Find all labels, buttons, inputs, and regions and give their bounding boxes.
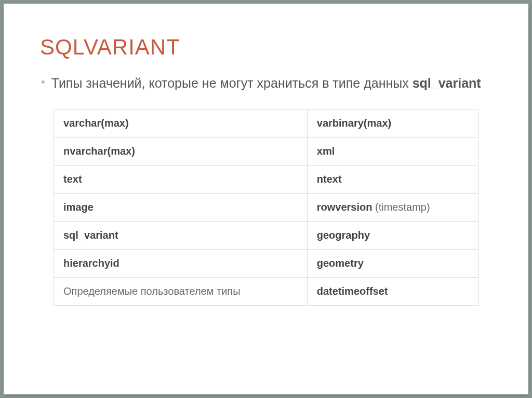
cell-left-1: nvarchar(max) [54,138,308,166]
cell-left-2: text [54,166,308,194]
types-table-wrap: varchar(max) varbinary(max) nvarchar(max… [40,109,492,306]
cell-right-3-paren: (timestamp) [372,201,430,213]
cell-right-3-main: rowversion [317,201,373,213]
table-row: hierarchyid geometry [54,250,478,278]
slide: SQLVARIANT • Типы значений, которые не м… [4,4,528,394]
cell-right-6: datetimeoffset [307,278,478,306]
cell-right-1: xml [307,138,478,166]
cell-left-6: Определяемые пользователем типы [54,278,308,306]
cell-right-3: rowversion (timestamp) [307,194,478,222]
cell-left-4: sql_variant [54,222,308,250]
bullet-text: Типы значений, которые не могут хранитьс… [51,74,481,92]
cell-left-3: image [54,194,308,222]
types-table: varchar(max) varbinary(max) nvarchar(max… [54,109,478,306]
cell-left-5: hierarchyid [54,250,308,278]
bullet-strong: sql_variant [413,76,481,90]
cell-right-2: ntext [307,166,478,194]
bullet-item: • Типы значений, которые не могут хранит… [40,74,492,92]
cell-right-4: geography [307,222,478,250]
table-row: image rowversion (timestamp) [54,194,478,222]
cell-right-5: geometry [307,250,478,278]
table-row: varchar(max) varbinary(max) [54,109,478,138]
table-row: sql_variant geography [54,222,478,250]
table-row: text ntext [54,166,478,194]
bullet-pre: Типы значений, которые не могут хранитьс… [51,76,413,90]
page-title: SQLVARIANT [40,35,492,60]
table-row: nvarchar(max) xml [54,138,478,166]
cell-right-0: varbinary(max) [307,109,478,138]
table-row: Определяемые пользователем типы datetime… [54,278,478,306]
bullet-marker: • [41,74,45,90]
cell-left-0: varchar(max) [54,109,308,138]
